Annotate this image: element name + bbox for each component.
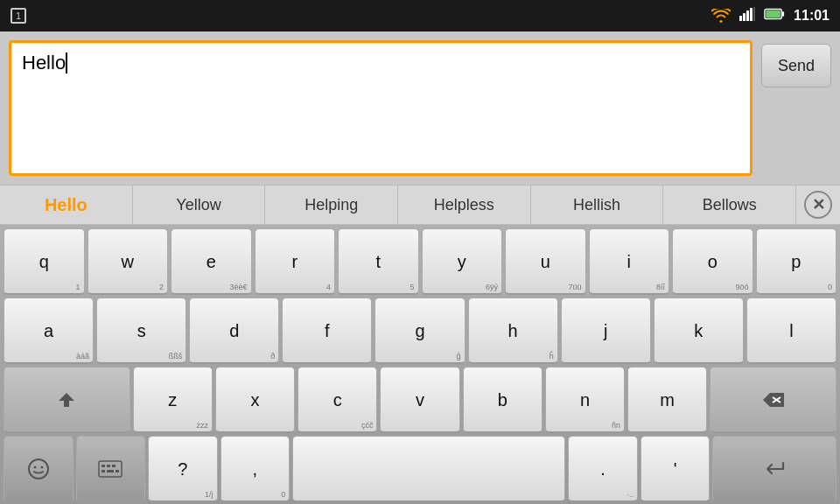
key-h[interactable]: hĥ [468, 298, 558, 364]
key-s[interactable]: sßßš [96, 298, 186, 364]
emoji-icon [27, 458, 50, 480]
svg-rect-3 [750, 8, 752, 21]
shift-icon [56, 389, 77, 410]
suggestion-bellows[interactable]: Bellows [663, 186, 796, 224]
svg-rect-0 [739, 16, 742, 21]
key-b[interactable]: b [463, 367, 542, 433]
svg-rect-7 [766, 10, 780, 18]
svg-rect-13 [99, 461, 122, 477]
space-key[interactable] [292, 436, 565, 502]
key-period[interactable]: .·.. [568, 436, 638, 502]
svg-rect-16 [112, 465, 116, 467]
key-row-2: aàáã sßßš dð f gĝ hĥ j k l [4, 298, 836, 364]
svg-rect-15 [107, 465, 110, 467]
key-n[interactable]: nñn [545, 367, 625, 433]
battery-icon [764, 7, 785, 24]
suggestion-hellish[interactable]: Hellish [531, 186, 664, 224]
keyboard: q1 w2 e3éè€ r4 t5 y6ÿý u7üü i8íî o9öó p0… [0, 225, 840, 504]
svg-rect-2 [746, 10, 749, 21]
keyboard-switch-key[interactable] [76, 436, 146, 502]
key-w[interactable]: w2 [88, 228, 169, 295]
enter-key[interactable] [712, 436, 836, 502]
key-z[interactable]: zżzz [133, 367, 213, 433]
key-j[interactable]: j [561, 298, 651, 364]
key-row-4: ?1/j ,0 .·.. ' [4, 436, 836, 502]
suggestion-hello[interactable]: Hello [0, 186, 133, 224]
key-y[interactable]: y6ÿý [422, 228, 503, 295]
key-comma[interactable]: ,0 [220, 436, 290, 502]
svg-rect-14 [102, 465, 105, 467]
svg-rect-1 [743, 13, 746, 21]
backspace-icon [761, 391, 786, 409]
status-bar: 1 [0, 0, 840, 32]
svg-rect-17 [102, 470, 105, 472]
key-o[interactable]: o9öó [672, 228, 753, 295]
svg-point-11 [33, 466, 36, 468]
svg-point-10 [29, 459, 48, 479]
send-button[interactable]: Send [761, 44, 831, 88]
key-question[interactable]: ?1/j [148, 436, 218, 502]
text-input-box[interactable]: Hello [9, 40, 752, 176]
key-d[interactable]: dð [189, 298, 279, 364]
svg-rect-6 [781, 11, 784, 17]
key-c[interactable]: cçćč [298, 367, 377, 433]
suggestion-delete-button[interactable]: ✕ [796, 191, 840, 219]
svg-rect-18 [107, 470, 114, 472]
status-time: 11:01 [794, 8, 830, 24]
key-e[interactable]: e3éè€ [171, 228, 252, 295]
key-m[interactable]: m [627, 367, 707, 433]
enter-icon [762, 459, 787, 479]
key-row-3: zżzz x cçćč v b nñn m [4, 367, 836, 433]
delete-circle-icon: ✕ [804, 191, 832, 219]
svg-point-12 [40, 466, 43, 468]
input-area: Hello Send [0, 32, 840, 185]
shift-key[interactable] [4, 367, 130, 433]
wifi-icon [711, 9, 731, 23]
suggestion-helpless[interactable]: Helpless [398, 186, 531, 224]
key-k[interactable]: k [654, 298, 744, 364]
backspace-key[interactable] [710, 367, 836, 433]
key-row-1: q1 w2 e3éè€ r4 t5 y6ÿý u7üü i8íî o9öó p0 [4, 228, 836, 295]
key-x[interactable]: x [215, 367, 295, 433]
notification-icon: 1 [10, 8, 26, 24]
key-a[interactable]: aàáã [4, 298, 94, 364]
key-g[interactable]: gĝ [374, 298, 465, 364]
key-p[interactable]: p0 [756, 228, 837, 295]
key-f[interactable]: f [282, 298, 372, 364]
svg-rect-19 [116, 470, 119, 472]
emoji-key[interactable] [4, 436, 74, 502]
key-l[interactable]: l [746, 298, 836, 364]
key-u[interactable]: u7üü [505, 228, 586, 295]
key-r[interactable]: r4 [255, 228, 336, 295]
signal-icon [739, 7, 755, 24]
key-apostrophe[interactable]: ' [640, 436, 710, 502]
key-q[interactable]: q1 [4, 228, 85, 295]
input-text: Hello [22, 52, 67, 74]
key-v[interactable]: v [380, 367, 459, 433]
key-i[interactable]: i8íî [589, 228, 670, 295]
key-t[interactable]: t5 [338, 228, 419, 295]
suggestion-yellow[interactable]: Yellow [133, 186, 266, 224]
suggestions-bar: Hello Yellow Helping Helpless Hellish Be… [0, 185, 840, 225]
keyboard-switch-icon [98, 460, 122, 478]
suggestion-helping[interactable]: Helping [265, 186, 398, 224]
svg-rect-4 [753, 7, 755, 21]
